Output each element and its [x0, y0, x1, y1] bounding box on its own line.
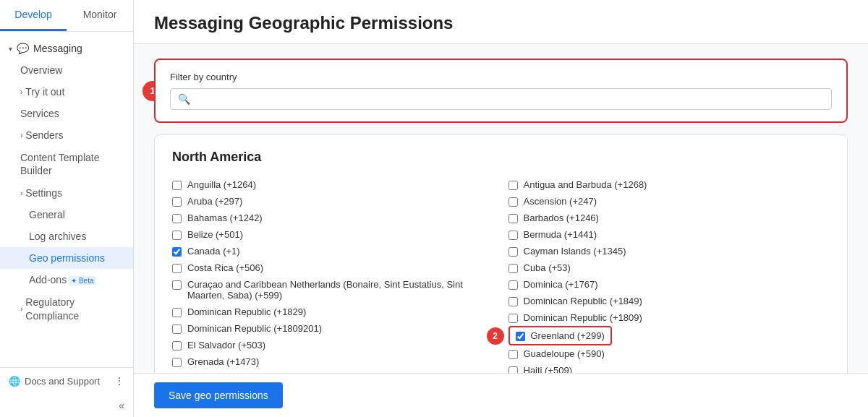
- country-grid: Anguilla (+1264) Aruba (+297) Bahamas (+…: [172, 176, 830, 373]
- more-menu-button[interactable]: ⋮: [114, 375, 124, 387]
- country-canada: Canada (+1): [172, 243, 494, 259]
- beta-badge: ✦ Beta: [69, 276, 95, 285]
- sidebar: Develop Monitor ▾ 💬 Messaging Overview ›…: [0, 0, 134, 417]
- save-geo-permissions-button[interactable]: Save geo permissions: [154, 382, 283, 408]
- country-canada-checkbox[interactable]: [172, 247, 182, 257]
- tab-monitor[interactable]: Monitor: [67, 0, 133, 31]
- country-curacao: Curaçao and Caribbean Netherlands (Bonai…: [172, 276, 494, 304]
- more-icon: ⋮: [114, 375, 124, 387]
- country-greenland: Greenland (+299): [509, 326, 612, 345]
- tab-develop[interactable]: Develop: [0, 0, 67, 31]
- search-icon: 🔍: [178, 93, 190, 105]
- main-content-area: Messaging Geographic Permissions 1 Filte…: [134, 0, 868, 417]
- messaging-icon: 💬: [17, 43, 29, 54]
- country-dr-1849: Dominican Republic (+1849): [509, 293, 830, 309]
- sidebar-item-overview[interactable]: Overview: [0, 59, 133, 81]
- country-antigua: Antigua and Barbuda (+1268): [509, 176, 830, 193]
- country-column-right: Antigua and Barbuda (+1268) Ascension (+…: [509, 176, 830, 373]
- country-cuba-checkbox[interactable]: [509, 264, 518, 273]
- region-title: North America: [172, 150, 830, 165]
- sidebar-tabs: Develop Monitor: [0, 0, 133, 32]
- globe-icon: 🌐: [9, 376, 20, 387]
- country-haiti-checkbox[interactable]: [509, 366, 518, 373]
- country-barbados-checkbox[interactable]: [509, 214, 518, 223]
- country-guadeloupe: Guadeloupe (+590): [509, 345, 830, 362]
- country-bermuda-checkbox[interactable]: [509, 231, 518, 240]
- step-2-badge: 2: [487, 327, 504, 345]
- country-dominica: Dominica (+1767): [509, 276, 830, 293]
- country-dr-1809201-checkbox[interactable]: [172, 324, 182, 334]
- search-input[interactable]: [196, 93, 824, 105]
- country-dr-1809: Dominican Republic (+1809): [509, 309, 830, 326]
- country-cayman: Cayman Islands (+1345): [509, 243, 830, 259]
- country-aruba-checkbox[interactable]: [172, 197, 182, 207]
- sidebar-item-services[interactable]: Services: [0, 103, 133, 124]
- page-title: Messaging Geographic Permissions: [154, 13, 848, 33]
- sidebar-item-add-ons[interactable]: Add-ons✦ Beta: [0, 269, 133, 291]
- country-belize: Belize (+501): [172, 226, 494, 243]
- regulatory-chevron-icon: ›: [20, 305, 22, 313]
- country-greenland-checkbox[interactable]: [516, 332, 525, 341]
- docs-support-label: Docs and Support: [25, 376, 100, 387]
- country-antigua-checkbox[interactable]: [509, 181, 518, 190]
- country-belize-checkbox[interactable]: [172, 231, 182, 240]
- country-el-salvador: El Salvador (+503): [172, 337, 494, 353]
- filter-label: Filter by country: [170, 72, 832, 82]
- country-dominican-republic-1829: Dominican Republic (+1829): [172, 304, 494, 320]
- country-ascension: Ascension (+247): [509, 193, 830, 210]
- sidebar-item-regulatory[interactable]: › RegulatoryCompliance: [0, 291, 133, 327]
- country-grenada: Grenada (+1473): [172, 353, 494, 370]
- country-dr-1809-checkbox[interactable]: [509, 314, 518, 323]
- country-guadeloupe-checkbox[interactable]: [509, 350, 518, 359]
- sidebar-footer: 🌐 Docs and Support ⋮: [0, 367, 133, 394]
- country-anguilla: Anguilla (+1264): [172, 176, 494, 193]
- country-bahamas-checkbox[interactable]: [172, 214, 182, 223]
- country-el-salvador-checkbox[interactable]: [172, 341, 182, 351]
- sidebar-messaging-header[interactable]: ▾ 💬 Messaging: [0, 38, 133, 59]
- country-bermuda: Bermuda (+1441): [509, 226, 830, 243]
- sidebar-item-geo-permissions[interactable]: Geo permissions: [0, 247, 133, 269]
- country-column-left: Anguilla (+1264) Aruba (+297) Bahamas (+…: [172, 176, 494, 373]
- country-ascension-checkbox[interactable]: [509, 197, 518, 207]
- country-anguilla-checkbox[interactable]: [172, 181, 182, 190]
- sidebar-item-settings[interactable]: › Settings: [0, 182, 133, 204]
- country-barbados: Barbados (+1246): [509, 210, 830, 226]
- sidebar-nav: ▾ 💬 Messaging Overview › Try it out Serv…: [0, 32, 133, 367]
- country-cayman-checkbox[interactable]: [509, 247, 518, 257]
- search-input-wrap: 🔍: [170, 88, 832, 110]
- main-body: 1 Filter by country 🔍 North America Angu…: [134, 44, 868, 373]
- messaging-chevron-icon: ▾: [9, 45, 12, 53]
- sidebar-item-general[interactable]: General: [0, 204, 133, 225]
- country-costa-rica: Costa Rica (+506): [172, 259, 494, 276]
- try-it-out-chevron-icon: ›: [20, 88, 22, 96]
- country-dr-1829-checkbox[interactable]: [172, 308, 182, 317]
- country-aruba: Aruba (+297): [172, 193, 494, 210]
- region-box: North America Anguilla (+1264) Aruba (+2…: [154, 134, 848, 373]
- country-costa-rica-checkbox[interactable]: [172, 264, 182, 273]
- country-bahamas: Bahamas (+1242): [172, 210, 494, 226]
- save-bar: Save geo permissions: [134, 373, 868, 417]
- country-dominican-republic-1809201: Dominican Republic (+1809201): [172, 320, 494, 337]
- filter-box: Filter by country 🔍: [154, 59, 848, 123]
- sidebar-item-log-archives[interactable]: Log archives: [0, 225, 133, 247]
- settings-chevron-icon: ›: [20, 189, 22, 197]
- collapse-sidebar-button[interactable]: «: [0, 394, 133, 417]
- senders-chevron-icon: ›: [20, 132, 22, 139]
- sidebar-item-content-template[interactable]: Content TemplateBuilder: [0, 146, 133, 182]
- country-cuba: Cuba (+53): [509, 259, 830, 276]
- collapse-icon: «: [119, 400, 124, 411]
- docs-support-link[interactable]: 🌐 Docs and Support: [9, 376, 100, 387]
- country-curacao-checkbox[interactable]: [172, 280, 182, 290]
- country-haiti: Haiti (+509): [509, 362, 830, 373]
- page-header: Messaging Geographic Permissions: [134, 0, 868, 44]
- sidebar-item-try-it-out[interactable]: › Try it out: [0, 81, 133, 103]
- messaging-label: Messaging: [33, 43, 82, 54]
- sidebar-item-senders[interactable]: › Senders: [0, 124, 133, 146]
- country-grenada-checkbox[interactable]: [172, 358, 182, 367]
- country-dr-1849-checkbox[interactable]: [509, 297, 518, 306]
- country-dominica-checkbox[interactable]: [509, 280, 518, 290]
